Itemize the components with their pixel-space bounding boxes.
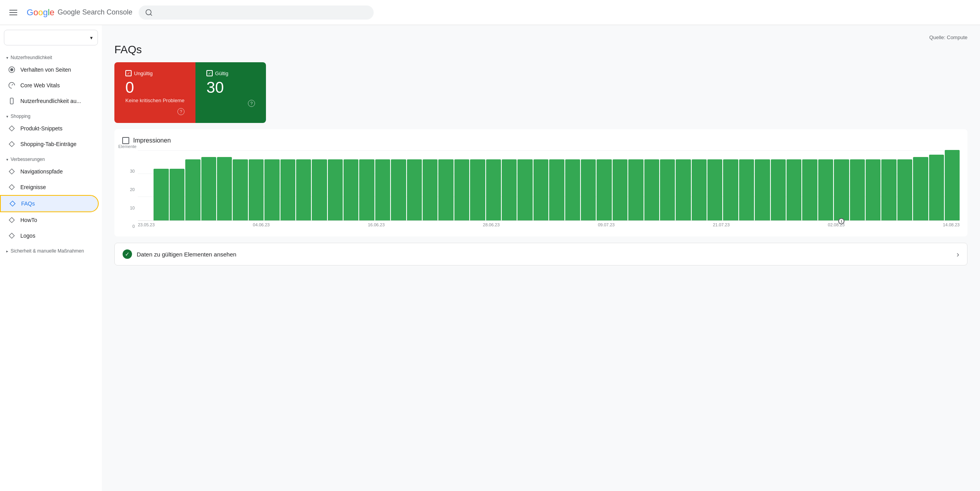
stat-card-invalid: ✓ Ungültig 0 Keine kritischen Probleme ? bbox=[114, 62, 195, 123]
bar bbox=[929, 155, 944, 220]
mobile-icon bbox=[8, 97, 16, 105]
y-label-text: Elemente bbox=[118, 144, 131, 149]
diamond-icon bbox=[8, 232, 16, 240]
cta-left: ✓ Daten zu gültigen Elementen ansehen bbox=[123, 249, 236, 259]
sidebar-item-shopping-tab[interactable]: Shopping-Tab-Einträge bbox=[0, 136, 99, 152]
y-tick-0: 0 bbox=[122, 224, 135, 229]
sidebar-item-howto[interactable]: HowTo bbox=[0, 212, 99, 228]
caret-icon: ▾ bbox=[6, 56, 8, 60]
sidebar-item-faqs[interactable]: FAQs bbox=[0, 195, 99, 212]
bar bbox=[660, 159, 675, 220]
sidebar-item-label: HowTo bbox=[20, 217, 37, 223]
bar bbox=[264, 159, 279, 220]
sidebar-item-label: FAQs bbox=[21, 200, 35, 207]
diamond-icon bbox=[8, 183, 16, 191]
bar bbox=[549, 159, 564, 220]
cta-label: Daten zu gültigen Elementen ansehen bbox=[137, 251, 236, 258]
bar bbox=[755, 159, 770, 220]
bar bbox=[913, 157, 928, 220]
logo: Google Google Search Console bbox=[27, 7, 132, 18]
sidebar-item-ereignisse[interactable]: Ereignisse bbox=[0, 179, 99, 195]
menu-button[interactable] bbox=[6, 5, 20, 20]
bar bbox=[707, 159, 722, 220]
help-icon-valid[interactable]: ? bbox=[248, 100, 255, 107]
chart-legend-label: Impressionen bbox=[133, 137, 171, 144]
bar bbox=[375, 159, 390, 220]
bar bbox=[438, 159, 453, 220]
topbar: Google Google Search Console bbox=[0, 0, 980, 25]
property-selector[interactable]: ▾ bbox=[4, 30, 98, 45]
help-icon-invalid[interactable]: ? bbox=[177, 108, 184, 115]
sidebar-item-label: Verhalten von Seiten bbox=[20, 67, 71, 73]
search-icon bbox=[145, 9, 153, 16]
svg-marker-7 bbox=[9, 141, 14, 146]
cta-row[interactable]: ✓ Daten zu gültigen Elementen ansehen › bbox=[114, 243, 967, 265]
google-wordmark: Google bbox=[27, 7, 54, 18]
bar bbox=[391, 159, 406, 220]
sidebar-item-navigationspfade[interactable]: Navigationspfade bbox=[0, 164, 99, 179]
layout: ▾ ▾ Nutzerfreundlichkeit Verhalten von S… bbox=[0, 25, 980, 491]
bar bbox=[517, 159, 532, 220]
section-label: Verbesserungen bbox=[11, 157, 45, 162]
sidebar-section-shopping[interactable]: ▾ Shopping bbox=[0, 109, 102, 121]
bar bbox=[866, 159, 881, 220]
bar bbox=[359, 159, 374, 220]
diamond-icon bbox=[8, 125, 16, 132]
x-tick: 14.08.23 bbox=[943, 222, 960, 227]
bar bbox=[676, 159, 691, 220]
main-content: Quelle: Compute FAQs ✓ Ungültig 0 Keine … bbox=[102, 25, 980, 491]
search-input[interactable] bbox=[156, 9, 367, 16]
svg-rect-4 bbox=[10, 98, 13, 104]
stat-header-invalid: ✓ Ungültig bbox=[125, 70, 184, 76]
bar bbox=[423, 159, 438, 220]
search-bar[interactable] bbox=[139, 5, 374, 20]
sidebar-item-produkt-snippets[interactable]: Produkt-Snippets bbox=[0, 121, 99, 136]
bar bbox=[565, 159, 580, 220]
caret-icon: ▸ bbox=[6, 249, 8, 253]
x-axis: 23.05.23 04.06.23 16.06.23 28.06.23 09.0… bbox=[138, 222, 960, 227]
stat-label-invalid: Ungültig bbox=[134, 70, 153, 76]
bar bbox=[185, 159, 200, 220]
bar bbox=[201, 157, 216, 220]
bar bbox=[597, 159, 611, 220]
bar bbox=[170, 169, 184, 220]
sidebar-section-verbesserungen[interactable]: ▾ Verbesserungen bbox=[0, 152, 102, 164]
svg-marker-12 bbox=[9, 233, 14, 238]
chart-section: Impressionen Elemente 30 20 10 0 bbox=[114, 129, 967, 236]
bar: 1 bbox=[834, 159, 849, 220]
sidebar-item-logos[interactable]: Logos bbox=[0, 228, 99, 244]
diamond-icon bbox=[8, 140, 16, 148]
section-label: Sicherheit & manuelle Maßnahmen bbox=[11, 248, 84, 254]
bar bbox=[644, 159, 659, 220]
stat-card-valid: ✓ Gültig 30 ? bbox=[195, 62, 266, 123]
bar bbox=[233, 159, 248, 220]
bar bbox=[296, 159, 311, 220]
bar bbox=[470, 159, 485, 220]
chart-legend-checkbox[interactable] bbox=[122, 137, 129, 144]
sidebar-item-nutzerfreundlichkeit[interactable]: Nutzerfreundlichkeit au... bbox=[0, 93, 99, 109]
caret-icon: ▾ bbox=[6, 157, 8, 162]
sidebar-section-nutzerfreundlichkeit[interactable]: ▾ Nutzerfreundlichkeit bbox=[0, 50, 102, 62]
svg-line-1 bbox=[150, 14, 152, 15]
x-tick: 04.06.23 bbox=[253, 222, 270, 227]
product-name: Google Search Console bbox=[58, 8, 132, 16]
source-label: Quelle: Compute bbox=[114, 34, 967, 40]
stat-desc-invalid: Keine kritischen Probleme bbox=[125, 97, 184, 103]
bar bbox=[312, 159, 327, 220]
sidebar-item-label: Produkt-Snippets bbox=[20, 125, 62, 132]
x-tick: 16.06.23 bbox=[368, 222, 385, 227]
bar bbox=[881, 159, 896, 220]
sidebar-item-verhalten[interactable]: Verhalten von Seiten bbox=[0, 62, 99, 78]
bar bbox=[818, 159, 833, 220]
sidebar-item-label: Nutzerfreundlichkeit au... bbox=[20, 98, 81, 104]
caret-icon: ▾ bbox=[6, 114, 8, 119]
x-tick: 21.07.23 bbox=[713, 222, 730, 227]
sidebar-item-label: Navigationspfade bbox=[20, 168, 63, 175]
diamond-icon bbox=[9, 200, 16, 208]
sidebar-item-core-web-vitals[interactable]: Core Web Vitals bbox=[0, 78, 99, 93]
bar bbox=[897, 159, 912, 220]
sidebar-section-sicherheit[interactable]: ▸ Sicherheit & manuelle Maßnahmen bbox=[0, 244, 102, 255]
bar bbox=[533, 159, 548, 220]
stats-row: ✓ Ungültig 0 Keine kritischen Probleme ?… bbox=[114, 62, 266, 123]
bar bbox=[613, 159, 627, 220]
